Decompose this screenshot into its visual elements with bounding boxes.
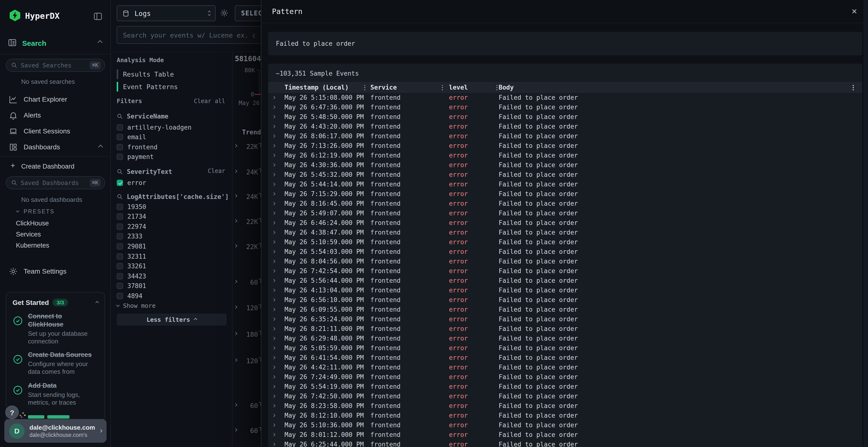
show-more-button[interactable]: Show more xyxy=(117,302,156,309)
table-row[interactable]: May 26 8:12:10.000 PMfrontenderrorFailed… xyxy=(268,411,862,420)
column-resize-handle[interactable]: ⋮ xyxy=(362,82,368,93)
chevron-right-icon[interactable] xyxy=(272,298,275,302)
table-row[interactable]: May 26 6:47:36.000 PMfrontenderrorFailed… xyxy=(268,103,862,112)
table-row[interactable]: May 26 4:13:04.000 PMfrontenderrorFailed… xyxy=(268,286,862,295)
filter-option[interactable]: frontend xyxy=(117,142,157,152)
sidebar-item-client-sessions[interactable]: Client Sessions xyxy=(0,124,111,138)
help-button[interactable]: ? xyxy=(5,406,19,419)
sidebar-item-kubernetes[interactable]: Kubernetes xyxy=(16,240,49,251)
chevron-right-icon[interactable] xyxy=(272,414,275,417)
sidebar-item-team-settings[interactable]: Team Settings xyxy=(0,265,111,278)
chevron-right-icon[interactable] xyxy=(272,134,275,138)
checkbox-icon[interactable] xyxy=(117,223,123,230)
filter-option[interactable]: 21734 xyxy=(117,212,146,221)
table-row[interactable]: May 26 5:45:32.000 PMfrontenderrorFailed… xyxy=(268,170,862,180)
chevron-up-icon[interactable] xyxy=(98,40,102,45)
column-resize-handle[interactable]: ⋮ xyxy=(439,82,445,93)
chevron-right-icon[interactable] xyxy=(272,231,275,234)
pattern-row-peek[interactable]: 24K xyxy=(232,167,261,177)
chevron-right-icon[interactable] xyxy=(272,404,275,408)
col-header-timestamp[interactable]: Timestamp (Local) xyxy=(284,82,349,93)
chevron-right-icon[interactable] xyxy=(272,125,275,128)
filter-option[interactable]: error xyxy=(117,178,146,187)
table-row[interactable]: May 26 7:24:49.000 PMfrontenderrorFailed… xyxy=(268,372,862,382)
filter-option[interactable]: 2333 xyxy=(117,232,143,241)
get-started-item[interactable]: Connect to ClickHouseSet up your databas… xyxy=(12,313,98,345)
chevron-right-icon[interactable] xyxy=(272,308,275,311)
clear-all-link[interactable]: Clear all xyxy=(194,98,225,105)
collapse-sidebar-icon[interactable] xyxy=(93,11,103,21)
table-row[interactable]: May 26 5:49:07.000 PMfrontenderrorFailed… xyxy=(268,209,862,218)
chevron-right-icon[interactable] xyxy=(272,96,275,99)
chevron-right-icon[interactable] xyxy=(272,269,275,273)
table-row[interactable]: May 26 8:16:45.000 PMfrontenderrorFailed… xyxy=(268,199,862,209)
filter-option[interactable]: 19350 xyxy=(117,202,146,211)
chevron-right-icon[interactable] xyxy=(272,211,275,215)
chevron-right-icon[interactable] xyxy=(272,192,275,196)
filter-option[interactable]: 4894 xyxy=(117,291,143,301)
table-row[interactable]: May 26 7:42:50.000 PMfrontenderrorFailed… xyxy=(268,391,862,401)
col-header-service[interactable]: Service xyxy=(370,82,397,93)
filter-option[interactable]: 34423 xyxy=(117,271,146,281)
chevron-right-icon[interactable] xyxy=(272,163,275,167)
presets-header[interactable]: PRESETS xyxy=(17,209,55,214)
table-row[interactable]: May 26 6:35:24.000 PMfrontenderrorFailed… xyxy=(268,314,862,324)
saved-dashboards-input[interactable] xyxy=(21,179,86,186)
chevron-right-icon[interactable] xyxy=(272,221,275,225)
table-row[interactable]: May 26 5:10:36.000 PMfrontenderrorFailed… xyxy=(268,420,862,430)
table-row[interactable]: May 26 5:56:44.000 PMfrontenderrorFailed… xyxy=(268,276,862,286)
sidebar-item-services[interactable]: Services xyxy=(16,229,49,240)
checkbox-icon[interactable] xyxy=(117,273,123,279)
table-row[interactable]: May 26 4:43:20.000 PMfrontenderrorFailed… xyxy=(268,122,862,132)
pattern-row-peek[interactable]: 60 xyxy=(232,277,261,287)
chevron-right-icon[interactable] xyxy=(272,250,275,253)
table-row[interactable]: May 26 8:01:12.000 PMfrontenderrorFailed… xyxy=(268,430,862,440)
clear-severity-link[interactable]: Clear xyxy=(208,168,225,174)
sidebar-item-search[interactable]: Search xyxy=(22,39,46,47)
event-search-input[interactable] xyxy=(123,31,255,39)
user-menu[interactable]: D dale@clickhouse.com dale@clickhouse.co… xyxy=(4,419,106,443)
chevron-right-icon[interactable] xyxy=(272,346,275,350)
table-row[interactable]: May 26 6:41:54.000 PMfrontenderrorFailed… xyxy=(268,353,862,363)
table-row[interactable]: May 26 6:12:19.000 PMfrontenderrorFailed… xyxy=(268,151,862,161)
chevron-right-icon[interactable] xyxy=(272,182,275,186)
checkbox-checked-icon[interactable] xyxy=(117,179,123,186)
checkbox-icon[interactable] xyxy=(117,204,123,210)
pattern-row-peek[interactable]: 22K xyxy=(232,217,261,227)
cache-size-group-header[interactable]: LogAttributes['cache.size'] xyxy=(117,192,229,201)
checkbox-icon[interactable] xyxy=(117,144,123,150)
table-row[interactable]: May 26 7:15:29.000 PMfrontenderrorFailed… xyxy=(268,189,862,199)
source-settings-gear-icon[interactable] xyxy=(220,9,228,18)
scrollbar-track[interactable] xyxy=(864,0,868,447)
chevron-right-icon[interactable] xyxy=(272,153,275,157)
filter-option[interactable]: email xyxy=(117,132,146,142)
mode-event-patterns[interactable]: Event Patterns xyxy=(117,81,178,92)
sidebar-item-clickhouse[interactable]: ClickHouse xyxy=(16,218,49,229)
table-row[interactable]: May 26 8:23:58.000 PMfrontenderrorFailed… xyxy=(268,401,862,411)
chevron-right-icon[interactable] xyxy=(272,443,275,446)
table-row[interactable]: May 26 5:54:03.000 PMfrontenderrorFailed… xyxy=(268,247,862,257)
chevron-right-icon[interactable] xyxy=(272,394,275,398)
pattern-row-peek[interactable]: 120 xyxy=(232,303,261,313)
chevron-right-icon[interactable] xyxy=(272,366,275,369)
checkbox-icon[interactable] xyxy=(117,283,123,289)
create-dashboard-button[interactable]: Create Dashboard xyxy=(21,163,74,170)
checkbox-icon[interactable] xyxy=(117,134,123,140)
chevron-right-icon[interactable] xyxy=(272,260,275,263)
chevron-right-icon[interactable] xyxy=(272,433,275,437)
table-options-kebab-icon[interactable]: ⋮ xyxy=(850,82,857,93)
sidebar-item-alerts[interactable]: Alerts xyxy=(0,108,111,122)
filter-option[interactable]: 32311 xyxy=(117,251,146,261)
severity-group-header[interactable]: SeverityText xyxy=(117,167,172,176)
chevron-right-icon[interactable] xyxy=(272,385,275,388)
table-row[interactable]: May 26 8:04:56.000 PMfrontenderrorFailed… xyxy=(268,257,862,266)
chevron-right-icon[interactable] xyxy=(272,327,275,331)
chevron-right-icon[interactable] xyxy=(272,375,275,379)
table-row[interactable]: May 26 7:42:54.000 PMfrontenderrorFailed… xyxy=(268,266,862,276)
table-row[interactable]: May 26 6:09:55.000 PMfrontenderrorFailed… xyxy=(268,305,862,314)
sidebar-item-chart-explorer[interactable]: Chart Explorer xyxy=(0,93,111,106)
pattern-row-peek[interactable]: 180 xyxy=(232,330,261,339)
checkbox-icon[interactable] xyxy=(117,293,123,299)
saved-dashboards-search[interactable]: ⌘K xyxy=(6,176,105,189)
table-row[interactable]: May 26 5:48:50.000 PMfrontenderrorFailed… xyxy=(268,112,862,122)
